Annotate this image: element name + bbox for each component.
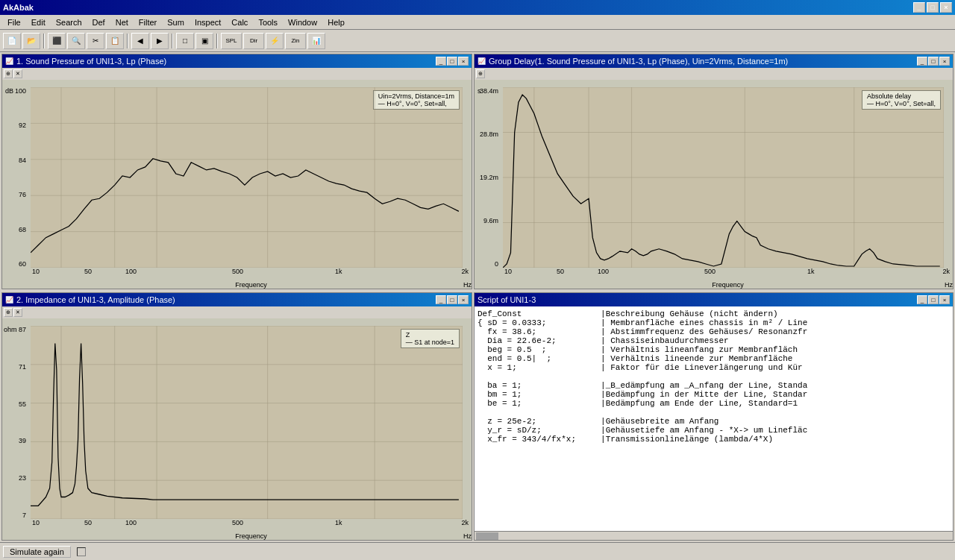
- imp-y-axis: 87 71 55 39 23 7: [2, 326, 29, 519]
- menu-window[interactable]: Window: [284, 17, 322, 28]
- menu-bar: File Edit Search Def Net Filter Sum Insp…: [0, 15, 955, 30]
- gd-y-label: s: [478, 87, 481, 95]
- toolbar-btn3[interactable]: ⬛: [48, 33, 66, 49]
- script-maximize[interactable]: □: [928, 295, 939, 304]
- title-bar: AkAbak _ □ ×: [0, 0, 955, 15]
- imp-controls: _ □ ×: [436, 295, 469, 304]
- toolbar-zin[interactable]: Zin: [285, 33, 306, 49]
- gd-titlebar: 📈 Group Delay(1. Sound Pressure of UNI1-…: [475, 54, 953, 68]
- sound-pressure-panel: 📈 1. Sound Pressure of UNI1-3, Lp (Phase…: [1, 54, 472, 289]
- sp-fit[interactable]: ✕: [13, 69, 22, 78]
- menu-inspect[interactable]: Inspect: [190, 17, 225, 28]
- app-title: AkAbak: [3, 3, 34, 12]
- script-title: Script of UNI1-3: [478, 295, 536, 304]
- minimize-btn[interactable]: _: [913, 2, 925, 13]
- toolbar-sep2: [127, 34, 128, 48]
- gd-close[interactable]: ×: [939, 57, 950, 66]
- scrollbar-thumb[interactable]: [476, 532, 498, 540]
- sound-pressure-titlebar: 📈 1. Sound Pressure of UNI1-3, Lp (Phase…: [2, 54, 472, 68]
- toolbar-btn7[interactable]: ◀: [131, 33, 149, 49]
- menu-def[interactable]: Def: [88, 17, 110, 28]
- script-panel: Script of UNI1-3 _ □ × Def_Const |Beschr…: [474, 292, 954, 541]
- imp-close[interactable]: ×: [458, 295, 469, 304]
- script-scrollbar-h[interactable]: [475, 531, 953, 540]
- gd-y-axis: 38.4m 28.8m 19.2m 9.6m 0: [475, 87, 501, 268]
- imp-minimize[interactable]: _: [436, 295, 446, 304]
- menu-filter[interactable]: Filter: [134, 17, 161, 28]
- script-minimize[interactable]: _: [917, 295, 927, 304]
- menu-calc[interactable]: Calc: [227, 17, 252, 28]
- gd-icon: 📈: [478, 57, 486, 65]
- gd-title: Group Delay(1. Sound Pressure of UNI1-3,…: [489, 57, 788, 66]
- toolbar-btn10[interactable]: ▣: [195, 33, 213, 49]
- script-controls: _ □ ×: [917, 295, 950, 304]
- toolbar-sep3: [172, 34, 173, 48]
- sound-pressure-title: 1. Sound Pressure of UNI1-3, Lp (Phase): [16, 57, 166, 66]
- sp-chart-svg: [31, 87, 463, 268]
- sp-close[interactable]: ×: [458, 57, 469, 66]
- gd-chart: 38.4m 28.8m 19.2m 9.6m 0 s Absolute dela…: [475, 80, 953, 289]
- menu-search[interactable]: Search: [51, 17, 87, 28]
- toolbar-spl[interactable]: SPL: [221, 33, 242, 49]
- toolbar-new[interactable]: 📄: [3, 33, 21, 49]
- imp-title: 2. Impedance of UNI1-3, Amplitude (Phase…: [16, 295, 175, 304]
- sp-maximize[interactable]: □: [447, 57, 457, 66]
- gd-zoom[interactable]: ⊕: [476, 69, 485, 78]
- toolbar-btn11[interactable]: ⚡: [266, 33, 284, 49]
- toolbar-sep4: [216, 34, 218, 48]
- gd-chart-svg: [503, 87, 944, 268]
- status-led: [77, 547, 86, 556]
- toolbar-open[interactable]: 📂: [22, 33, 40, 49]
- sp-zoom[interactable]: ⊕: [4, 69, 13, 78]
- toolbar-dir[interactable]: Dir: [243, 33, 264, 49]
- menu-sum[interactable]: Sum: [163, 17, 189, 28]
- status-bar: Simulate again: [0, 542, 955, 560]
- menu-help[interactable]: Help: [323, 17, 349, 28]
- main-area: 📈 1. Sound Pressure of UNI1-3, Lp (Phase…: [0, 52, 955, 542]
- imp-y-label: ohm: [4, 326, 17, 333]
- script-titlebar: Script of UNI1-3 _ □ ×: [475, 293, 953, 306]
- menu-edit[interactable]: Edit: [27, 17, 50, 28]
- toolbar-btn6[interactable]: 📋: [106, 33, 124, 49]
- imp-chart-inner: Z — S1 at node=1: [31, 326, 463, 519]
- script-editor[interactable]: Def_Const |Beschreibung Gehäuse (nicht ä…: [475, 306, 953, 531]
- toolbar-btn5[interactable]: ✂: [87, 33, 104, 49]
- sound-pressure-chart: 100 92 84 76 68 60 dB Uin=2Vrms, Distanc…: [2, 80, 472, 289]
- toolbar-btn4[interactable]: 🔍: [67, 33, 85, 49]
- group-delay-panel: 📈 Group Delay(1. Sound Pressure of UNI1-…: [474, 54, 954, 289]
- gd-controls: _ □ ×: [917, 57, 950, 66]
- title-bar-controls: _ □ ×: [913, 2, 952, 13]
- toolbar-btn9[interactable]: □: [176, 33, 194, 49]
- menu-tools[interactable]: Tools: [254, 17, 282, 28]
- sound-pressure-icon: 📈: [5, 57, 13, 65]
- sound-pressure-controls: _ □ ×: [436, 57, 469, 66]
- gd-chart-inner: Absolute delay — H=0°, V=0°, Set=all,: [503, 87, 944, 268]
- close-btn[interactable]: ×: [940, 2, 952, 13]
- imp-small-bar: ⊕ ✕: [2, 306, 472, 318]
- imp-titlebar: 📈 2. Impedance of UNI1-3, Amplitude (Pha…: [2, 293, 472, 306]
- menu-file[interactable]: File: [3, 17, 25, 28]
- sp-y-label: dB: [5, 87, 13, 95]
- sp-x-axis: 10 50 100 500 1k 2k Frequency Hz: [31, 268, 472, 289]
- toolbar-btn8[interactable]: ▶: [151, 33, 169, 49]
- sp-chart-inner: Uin=2Vrms, Distance=1m — H=0°, V=0°, Set…: [31, 87, 463, 268]
- maximize-btn[interactable]: □: [927, 2, 939, 13]
- impedance-panel: 📈 2. Impedance of UNI1-3, Amplitude (Pha…: [1, 292, 472, 541]
- toolbar-btn12[interactable]: 📊: [307, 33, 325, 49]
- simulate-again-btn[interactable]: Simulate again: [3, 546, 71, 558]
- imp-maximize[interactable]: □: [447, 295, 457, 304]
- menu-net[interactable]: Net: [111, 17, 133, 28]
- imp-icon: 📈: [5, 296, 13, 303]
- toolbar: 📄 📂 ⬛ 🔍 ✂ 📋 ◀ ▶ □ ▣ SPL Dir ⚡ Zin 📊: [0, 30, 955, 52]
- imp-zoom[interactable]: ⊕: [4, 308, 13, 317]
- gd-minimize[interactable]: _: [917, 57, 927, 66]
- gd-maximize[interactable]: □: [928, 57, 939, 66]
- sp-small-bar: ⊕ ✕: [2, 68, 472, 80]
- imp-chart-svg: [31, 326, 463, 519]
- script-close[interactable]: ×: [939, 295, 950, 304]
- imp-fit[interactable]: ✕: [13, 308, 22, 317]
- imp-chart: 87 71 55 39 23 7 ohm Z — S1 at node=1: [2, 318, 472, 540]
- gd-small-bar: ⊕: [475, 68, 953, 80]
- gd-x-axis: 10 50 100 500 1k 2k Frequency Hz: [503, 268, 953, 289]
- sp-minimize[interactable]: _: [436, 57, 446, 66]
